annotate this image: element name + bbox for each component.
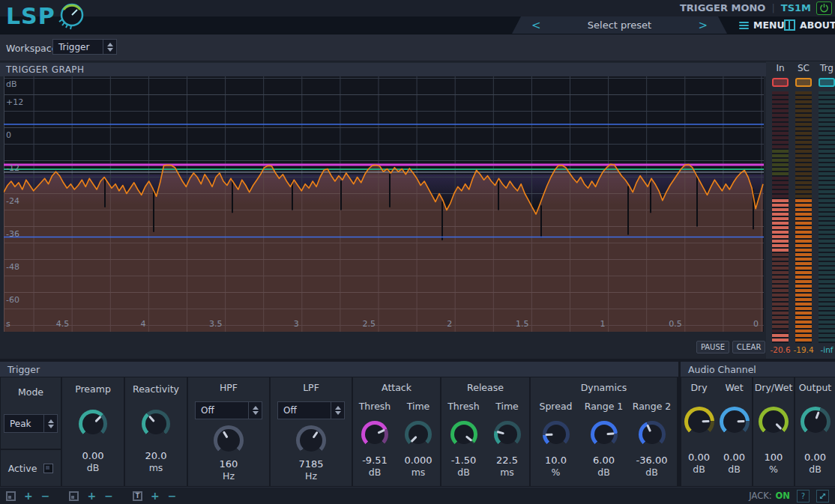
workspace-select-spinner[interactable]: [103, 40, 116, 54]
reactivity-cell: Reactivity 20.0 ms: [125, 377, 187, 486]
attack-thresh-label: Thresh: [359, 401, 391, 412]
mode-select[interactable]: Peak: [4, 414, 58, 433]
output-knob[interactable]: [801, 407, 831, 437]
svg-text:2: 2: [447, 319, 452, 329]
dry-control: Dry 0.00 dB: [681, 382, 717, 475]
wet-control: Wet 0.00 dB: [717, 382, 752, 475]
drywet-knob[interactable]: [759, 407, 789, 437]
menu-button[interactable]: MENU: [739, 16, 785, 34]
meter-trg-button[interactable]: [819, 78, 835, 87]
attack-time-knob[interactable]: [405, 421, 432, 448]
mode-cell: Mode Peak: [1, 377, 61, 449]
active-label: Active: [8, 463, 37, 474]
dry-value: 0.00: [688, 452, 710, 463]
svg-text:3.5: 3.5: [209, 319, 223, 329]
drywet-label: Dry/Wet: [755, 382, 793, 393]
svg-text:-60: -60: [6, 295, 19, 305]
fit-scale-icon[interactable]: [69, 491, 79, 501]
lpf-freq-unit: Hz: [305, 470, 317, 482]
dynamics-cell: Dynamics Spread 10.0 % Range 1 6.00 dB R…: [531, 377, 677, 486]
text-zoom-out-button[interactable]: −: [168, 491, 177, 501]
bypass-power-button[interactable]: [816, 1, 832, 15]
hpf-cell: HPF Off 160 Hz: [188, 377, 269, 486]
hpf-freq-knob[interactable]: [214, 425, 244, 455]
release-thresh-label: Thresh: [447, 401, 480, 412]
hpf-mode-select[interactable]: Off: [195, 401, 262, 419]
preamp-unit: dB: [87, 462, 100, 473]
plugin-title: TRIGGER MONO | TS1M: [680, 2, 811, 13]
range2-control: Range 2 -36.00 dB: [628, 401, 676, 478]
resize-handle[interactable]: [816, 490, 829, 503]
meter-in-display: [772, 91, 789, 343]
hpf-mode-spinner[interactable]: [248, 402, 262, 419]
reactivity-value: 20.0: [145, 450, 167, 461]
range2-knob[interactable]: [639, 421, 666, 448]
attack-cell: Attack Thresh -9.51 dB Time 0.000 ms: [353, 377, 440, 486]
range1-control: Range 1 6.00 dB: [580, 401, 628, 478]
attack-thresh-control: Thresh -9.51 dB: [353, 401, 397, 478]
clear-button[interactable]: CLEAR: [732, 341, 765, 353]
dry-unit: dB: [693, 464, 705, 475]
svg-text:2.5: 2.5: [363, 319, 376, 329]
preset-label[interactable]: Select preset: [588, 19, 651, 31]
lpf-mode-select[interactable]: Off: [277, 401, 345, 419]
reactivity-knob[interactable]: [142, 410, 170, 438]
jack-status: ON: [776, 491, 790, 501]
release-thresh-knob[interactable]: [450, 421, 477, 448]
release-title: Release: [467, 382, 504, 393]
wet-knob[interactable]: [720, 407, 750, 437]
spread-knob[interactable]: [543, 421, 570, 448]
zoom-out-button-1[interactable]: −: [41, 491, 50, 501]
dry-knob[interactable]: [684, 407, 714, 437]
dynamics-title: Dynamics: [581, 382, 627, 393]
meter-trg-label: Trg: [813, 63, 835, 73]
fit-graph-icon[interactable]: [6, 491, 16, 501]
help-button[interactable]: ?: [797, 490, 810, 503]
zoom-in-button-1[interactable]: +: [24, 491, 33, 501]
release-cell: Release Thresh -1.50 dB Time 22.5 ms: [441, 377, 529, 486]
lpf-mode-spinner[interactable]: [331, 402, 344, 419]
zoom-in-button-2[interactable]: +: [87, 491, 96, 501]
svg-text:dB: dB: [6, 79, 17, 89]
hpf-mode-value: Off: [196, 402, 248, 419]
spread-unit: %: [552, 467, 561, 478]
range1-unit: dB: [597, 467, 610, 478]
svg-text:-36: -36: [6, 229, 19, 239]
pause-button[interactable]: PAUSE: [696, 341, 729, 353]
workspace-select[interactable]: Trigger: [52, 39, 117, 55]
lpf-cell: LPF Off 7185 Hz: [271, 377, 352, 486]
active-checkbox[interactable]: [43, 464, 53, 473]
meter-sc-button[interactable]: [795, 78, 812, 87]
active-cell: Active: [1, 450, 61, 486]
output-cell: Output 0.00 dB: [795, 377, 835, 486]
trigger-group-title: Trigger: [7, 364, 40, 375]
text-zoom-icon[interactable]: T: [133, 491, 142, 501]
preset-next-button[interactable]: >: [698, 18, 708, 33]
text-zoom-in-button[interactable]: +: [151, 491, 160, 501]
range1-knob[interactable]: [591, 421, 618, 448]
preset-prev-button[interactable]: <: [531, 18, 541, 33]
lsp-logo: LSP: [6, 0, 87, 33]
release-time-control: Time 22.5 ms: [486, 401, 529, 478]
about-button[interactable]: ABOUT: [784, 16, 835, 34]
mode-select-value: Peak: [4, 415, 43, 432]
range1-value: 6.00: [593, 455, 615, 466]
release-time-knob[interactable]: [494, 421, 521, 448]
mode-select-spinner[interactable]: [43, 415, 57, 432]
preamp-value: 0.00: [82, 450, 104, 461]
attack-thresh-knob[interactable]: [361, 421, 388, 448]
hpf-freq-value: 160: [220, 458, 238, 470]
preamp-knob[interactable]: [79, 410, 107, 438]
meter-in-button[interactable]: [772, 78, 789, 87]
range2-value: -36.00: [636, 455, 668, 466]
title-separator: |: [771, 2, 774, 13]
graph-zoom-controls-2: + −: [69, 491, 112, 501]
output-value: 0.00: [804, 452, 826, 463]
release-time-value: 22.5: [496, 455, 518, 466]
trigger-graph-header: TRIGGER GRAPH: [0, 63, 766, 76]
output-label: Output: [799, 382, 831, 393]
lpf-freq-knob[interactable]: [296, 425, 326, 455]
attack-thresh-value: -9.51: [362, 455, 388, 466]
svg-text:4: 4: [140, 319, 145, 329]
zoom-out-button-2[interactable]: −: [104, 491, 113, 501]
